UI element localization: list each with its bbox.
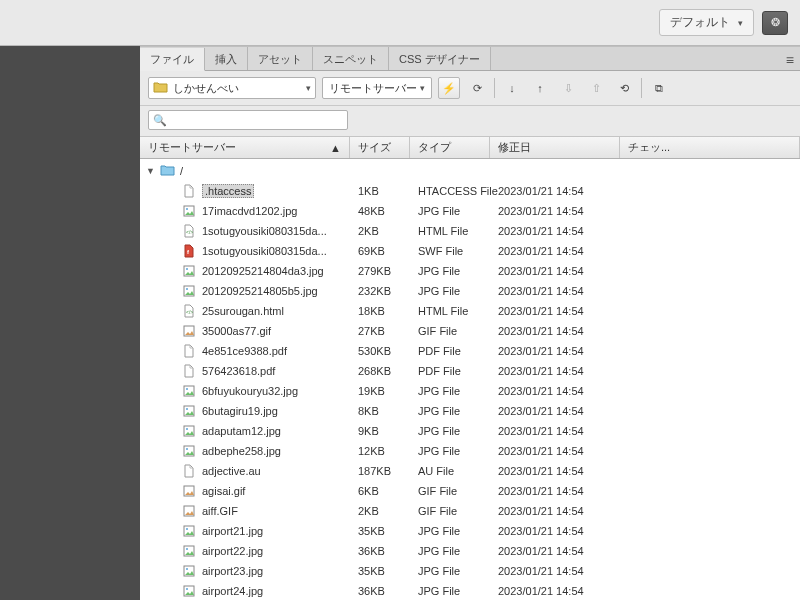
- file-name: 35000as77.gif: [202, 325, 271, 337]
- file-row[interactable]: 17imacdvd1202.jpg48KBJPG File2023/01/21 …: [140, 201, 800, 221]
- file-date: 2023/01/21 14:54: [490, 505, 620, 517]
- file-row[interactable]: 6butagiru19.jpg8KBJPG File2023/01/21 14:…: [140, 401, 800, 421]
- file-size: 36KB: [350, 545, 410, 557]
- panel-tabs: ファイル挿入アセットスニペットCSS デザイナー: [140, 47, 800, 71]
- html-file-icon: [182, 304, 196, 318]
- checkout-button[interactable]: ⇩: [557, 77, 579, 99]
- file-row[interactable]: 1sotugyousiki080315da...2KBHTML File2023…: [140, 221, 800, 241]
- jpg-file-icon: [182, 584, 196, 598]
- file-name-cell[interactable]: 6butagiru19.jpg: [140, 404, 350, 418]
- file-size: 9KB: [350, 425, 410, 437]
- panel-menu-icon[interactable]: ≡: [786, 53, 794, 67]
- panel-tab[interactable]: CSS デザイナー: [389, 47, 491, 70]
- chevron-down-icon: ▾: [306, 83, 311, 93]
- file-name-cell[interactable]: airport24.jpg: [140, 584, 350, 598]
- file-name-cell[interactable]: 20120925214804da3.jpg: [140, 264, 350, 278]
- file-row[interactable]: aiff.GIF2KBGIF File2023/01/21 14:54: [140, 501, 800, 521]
- workspace-label: デフォルト: [670, 14, 730, 31]
- file-row[interactable]: 1sotugyousiki080315da...69KBSWF File2023…: [140, 241, 800, 261]
- file-row[interactable]: 6bfuyukouryu32.jpg19KBJPG File2023/01/21…: [140, 381, 800, 401]
- file-row[interactable]: agisai.gif6KBGIF File2023/01/21 14:54: [140, 481, 800, 501]
- folder-icon: [160, 163, 176, 179]
- file-type: JPG File: [410, 445, 490, 457]
- workspace-switcher[interactable]: デフォルト ▾: [659, 9, 754, 36]
- file-name-cell[interactable]: adaputam12.jpg: [140, 424, 350, 438]
- file-name-cell[interactable]: 35000as77.gif: [140, 324, 350, 338]
- server-view-selector[interactable]: リモートサーバー ▾: [322, 77, 432, 99]
- file-name-cell[interactable]: airport21.jpg: [140, 524, 350, 538]
- filter-input[interactable]: 🔍: [148, 110, 348, 130]
- file-type: JPG File: [410, 285, 490, 297]
- file-name-cell[interactable]: 1sotugyousiki080315da...: [140, 244, 350, 258]
- file-row[interactable]: adbephe258.jpg12KBJPG File2023/01/21 14:…: [140, 441, 800, 461]
- file-name-cell[interactable]: 4e851ce9388.pdf: [140, 344, 350, 358]
- pdf-file-icon: [182, 364, 196, 378]
- col-checked-header[interactable]: チェッ...: [620, 137, 800, 158]
- file-row[interactable]: airport22.jpg36KBJPG File2023/01/21 14:5…: [140, 541, 800, 561]
- file-name-cell[interactable]: airport22.jpg: [140, 544, 350, 558]
- file-name-cell[interactable]: agisai.gif: [140, 484, 350, 498]
- file-listing[interactable]: ▼ / .htaccess1KBHTACCESS File2023/01/21 …: [140, 159, 800, 600]
- file-date: 2023/01/21 14:54: [490, 325, 620, 337]
- panel-tab[interactable]: 挿入: [205, 47, 248, 70]
- file-row[interactable]: .htaccess1KBHTACCESS File2023/01/21 14:5…: [140, 181, 800, 201]
- file-size: 19KB: [350, 385, 410, 397]
- file-name: 20120925214805b5.jpg: [202, 285, 318, 297]
- sync-settings-button[interactable]: ❂: [762, 11, 788, 35]
- files-toolbar: しかせんべい ▾ リモートサーバー ▾ ⚡ ⟳ ↓ ↑ ⇩ ⇧ ⟲ ⧉: [140, 71, 800, 106]
- site-selector[interactable]: しかせんべい ▾: [148, 77, 316, 99]
- col-name-header[interactable]: リモートサーバー ▲: [140, 137, 350, 158]
- file-name-cell[interactable]: 17imacdvd1202.jpg: [140, 204, 350, 218]
- column-headers: リモートサーバー ▲ サイズ タイプ 修正日 チェッ...: [140, 137, 800, 159]
- file-name: airport21.jpg: [202, 525, 263, 537]
- file-name-cell[interactable]: 1sotugyousiki080315da...: [140, 224, 350, 238]
- file-row[interactable]: 25surougan.html18KBHTML File2023/01/21 1…: [140, 301, 800, 321]
- file-date: 2023/01/21 14:54: [490, 545, 620, 557]
- refresh-button[interactable]: ⟳: [466, 77, 488, 99]
- file-type: JPG File: [410, 385, 490, 397]
- file-row[interactable]: 4e851ce9388.pdf530KBPDF File2023/01/21 1…: [140, 341, 800, 361]
- file-date: 2023/01/21 14:54: [490, 225, 620, 237]
- site-name: しかせんべい: [173, 81, 239, 96]
- file-row[interactable]: 35000as77.gif27KBGIF File2023/01/21 14:5…: [140, 321, 800, 341]
- put-button[interactable]: ↑: [529, 77, 551, 99]
- file-row[interactable]: airport21.jpg35KBJPG File2023/01/21 14:5…: [140, 521, 800, 541]
- jpg-file-icon: [182, 444, 196, 458]
- panel-tab[interactable]: アセット: [248, 47, 313, 70]
- col-size-header[interactable]: サイズ: [350, 137, 410, 158]
- file-name-cell[interactable]: 20120925214805b5.jpg: [140, 284, 350, 298]
- file-row[interactable]: 20120925214805b5.jpg232KBJPG File2023/01…: [140, 281, 800, 301]
- col-modified-header[interactable]: 修正日: [490, 137, 620, 158]
- file-row[interactable]: adjective.au187KBAU File2023/01/21 14:54: [140, 461, 800, 481]
- file-row[interactable]: 20120925214804da3.jpg279KBJPG File2023/0…: [140, 261, 800, 281]
- get-button[interactable]: ↓: [501, 77, 523, 99]
- panel-tab[interactable]: スニペット: [313, 47, 389, 70]
- file-name-cell[interactable]: 6bfuyukouryu32.jpg: [140, 384, 350, 398]
- sync-icon: ❂: [771, 16, 780, 29]
- connect-button[interactable]: ⚡: [438, 77, 460, 99]
- expand-button[interactable]: ⧉: [648, 77, 670, 99]
- root-folder-row[interactable]: ▼ /: [140, 161, 800, 181]
- panel-tab[interactable]: ファイル: [140, 48, 205, 71]
- jpg-file-icon: [182, 264, 196, 278]
- checkin-button[interactable]: ⇧: [585, 77, 607, 99]
- file-name-cell[interactable]: 576423618.pdf: [140, 364, 350, 378]
- file-name-cell[interactable]: aiff.GIF: [140, 504, 350, 518]
- file-row[interactable]: airport24.jpg36KBJPG File2023/01/21 14:5…: [140, 581, 800, 600]
- file-name-cell[interactable]: adjective.au: [140, 464, 350, 478]
- disclosure-triangle-icon[interactable]: ▼: [146, 166, 156, 176]
- checkin-icon: ⇧: [592, 82, 601, 95]
- file-name-cell[interactable]: 25surougan.html: [140, 304, 350, 318]
- file-size: 27KB: [350, 325, 410, 337]
- col-type-header[interactable]: タイプ: [410, 137, 490, 158]
- file-name-cell[interactable]: .htaccess: [140, 184, 350, 198]
- sync-button[interactable]: ⟲: [613, 77, 635, 99]
- checkout-icon: ⇩: [564, 82, 573, 95]
- file-row[interactable]: adaputam12.jpg9KBJPG File2023/01/21 14:5…: [140, 421, 800, 441]
- file-row[interactable]: 576423618.pdf268KBPDF File2023/01/21 14:…: [140, 361, 800, 381]
- file-type: GIF File: [410, 325, 490, 337]
- file-name-cell[interactable]: airport23.jpg: [140, 564, 350, 578]
- file-row[interactable]: airport23.jpg35KBJPG File2023/01/21 14:5…: [140, 561, 800, 581]
- file-type: JPG File: [410, 265, 490, 277]
- file-name-cell[interactable]: adbephe258.jpg: [140, 444, 350, 458]
